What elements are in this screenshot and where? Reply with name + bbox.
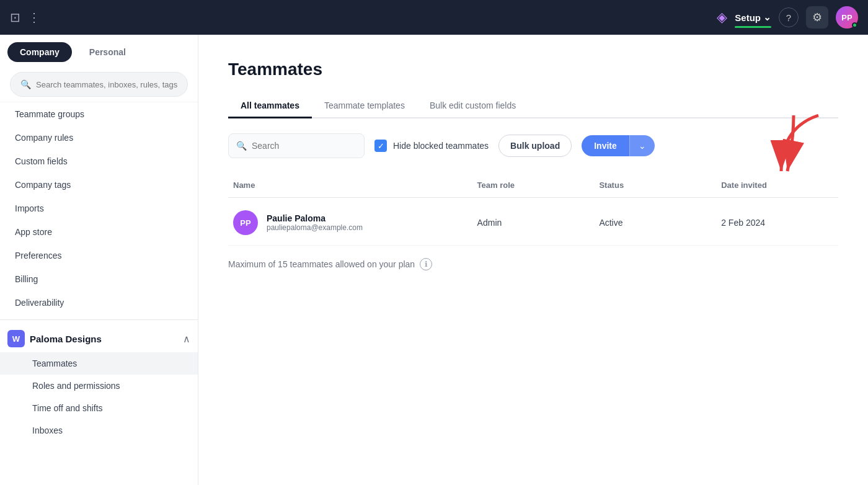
- toolbar: 🔍 ✓ Hide blocked teammates Bulk upload I…: [228, 133, 838, 158]
- teammate-status: Active: [594, 218, 716, 228]
- sidebar-item-roles-permissions[interactable]: Roles and permissions: [0, 375, 198, 397]
- search-icon: 🔍: [236, 141, 247, 151]
- global-search-bar[interactable]: 🔍: [10, 72, 188, 97]
- sidebar-tabs: Company Personal: [0, 35, 198, 67]
- setup-button[interactable]: Setup ⌄: [735, 12, 771, 23]
- col-name: Name: [228, 178, 472, 192]
- inbox-icon[interactable]: ⊡: [10, 10, 20, 25]
- sidebar-search-container: 🔍: [0, 67, 198, 102]
- chevron-down-icon: ⌄: [639, 141, 646, 151]
- teammate-date-invited: 2 Feb 2024: [716, 218, 838, 228]
- search-input[interactable]: [252, 141, 356, 151]
- col-team-role: Team role: [472, 178, 595, 192]
- plan-info: Maximum of 15 teammates allowed on your …: [228, 258, 838, 270]
- main-area: Company Personal 🔍 Teammate groups Compa…: [0, 35, 868, 485]
- sidebar-item-deliverability[interactable]: Deliverability: [0, 291, 198, 314]
- help-button[interactable]: ?: [779, 7, 799, 27]
- teammate-info: PP Paulie Paloma pauliepaloma@example.co…: [228, 210, 472, 235]
- hide-blocked-checkbox-area: ✓ Hide blocked teammates: [374, 140, 489, 152]
- sidebar-item-imports[interactable]: Imports: [0, 197, 198, 220]
- invite-button[interactable]: Invite: [582, 135, 629, 156]
- content-tabs: All teammates Teammate templates Bulk ed…: [228, 94, 838, 118]
- main-content: Teammates All teammates Teammate templat…: [198, 35, 868, 485]
- sidebar-item-company-tags[interactable]: Company tags: [0, 173, 198, 197]
- sidebar-item-time-off-shifts[interactable]: Time off and shifts: [0, 397, 198, 419]
- sidebar-item-company-rules[interactable]: Company rules: [0, 126, 198, 149]
- more-options-icon[interactable]: ⋮: [28, 10, 40, 25]
- sidebar: Company Personal 🔍 Teammate groups Compa…: [0, 35, 198, 485]
- plan-info-text: Maximum of 15 teammates allowed on your …: [228, 259, 415, 269]
- avatar-initials: PP: [841, 13, 852, 22]
- sidebar-item-billing[interactable]: Billing: [0, 267, 198, 291]
- sidebar-nav: Teammate groups Company rules Custom fie…: [0, 102, 198, 485]
- sidebar-item-inboxes[interactable]: Inboxes: [0, 419, 198, 442]
- chevron-down-icon: ⌄: [763, 12, 771, 23]
- workspace-chevron-icon: ∧: [183, 333, 190, 345]
- teammate-details: Paulie Paloma pauliepaloma@example.com: [267, 213, 363, 232]
- bulk-upload-button[interactable]: Bulk upload: [498, 135, 572, 157]
- topnav-left: ⊡ ⋮: [10, 10, 40, 25]
- tab-bulk-edit-custom-fields[interactable]: Bulk edit custom fields: [417, 94, 528, 118]
- topnav: ⊡ ⋮ ◈ Setup ⌄ ? ⚙ PP: [0, 0, 868, 35]
- workspace-icon: W: [7, 330, 25, 347]
- sidebar-item-teammates[interactable]: Teammates: [0, 352, 198, 375]
- teammate-team-role: Admin: [472, 218, 595, 228]
- online-status-dot: [852, 22, 857, 28]
- gear-button[interactable]: ⚙: [806, 6, 828, 29]
- sidebar-divider: [0, 319, 198, 320]
- col-status: Status: [594, 178, 716, 192]
- hide-blocked-label: Hide blocked teammates: [393, 141, 489, 151]
- sidebar-item-custom-fields[interactable]: Custom fields: [0, 149, 198, 173]
- teammate-avatar: PP: [233, 210, 258, 235]
- checkbox-checkmark: ✓: [378, 141, 384, 151]
- tab-teammate-templates[interactable]: Teammate templates: [312, 94, 417, 118]
- teammate-name: Paulie Paloma: [267, 213, 363, 223]
- sidebar-item-preferences[interactable]: Preferences: [0, 244, 198, 267]
- workspace-header[interactable]: W Paloma Designs ∧: [0, 325, 198, 352]
- sidebar-item-teammate-groups[interactable]: Teammate groups: [0, 102, 198, 126]
- col-date-invited: Date invited: [716, 178, 838, 192]
- table-header: Name Team role Status Date invited: [228, 173, 838, 198]
- avatar[interactable]: PP: [836, 6, 858, 29]
- diamond-icon: ◈: [717, 9, 727, 25]
- search-icon: 🔍: [20, 79, 31, 89]
- topnav-right: ◈ Setup ⌄ ? ⚙ PP: [717, 6, 858, 29]
- hide-blocked-checkbox[interactable]: ✓: [374, 140, 387, 152]
- plan-info-icon: ℹ: [420, 258, 432, 270]
- tab-personal[interactable]: Personal: [77, 42, 138, 62]
- setup-label: Setup: [735, 12, 761, 23]
- invite-button-group: Invite ⌄: [582, 135, 655, 156]
- global-search-input[interactable]: [36, 80, 177, 89]
- table-row: PP Paulie Paloma pauliepaloma@example.co…: [228, 200, 838, 246]
- tab-company[interactable]: Company: [7, 42, 72, 62]
- setup-underline: [735, 26, 771, 28]
- sidebar-item-app-store[interactable]: App store: [0, 220, 198, 244]
- workspace-name: Paloma Designs: [30, 334, 178, 344]
- invite-chevron-button[interactable]: ⌄: [629, 135, 655, 156]
- teammate-email: pauliepaloma@example.com: [267, 223, 363, 232]
- page-title: Teammates: [228, 60, 838, 79]
- tab-all-teammates[interactable]: All teammates: [228, 94, 312, 118]
- search-input-container[interactable]: 🔍: [228, 133, 365, 158]
